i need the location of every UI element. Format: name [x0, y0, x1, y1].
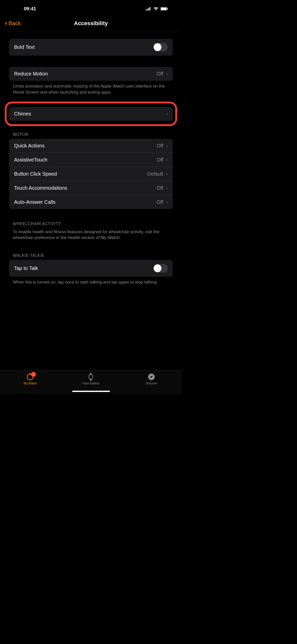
- page-title: Accessibility: [74, 20, 108, 27]
- reduce-motion-footer: Limits animation and automatic resizing …: [9, 81, 173, 95]
- badge: 1: [31, 372, 36, 377]
- quick-actions-value: Off: [157, 143, 163, 149]
- chevron-right-icon: ›: [166, 185, 168, 191]
- auto-answer-calls-value: Off: [157, 199, 163, 205]
- walkie-talkie-group: WALKIE-TALKIE Tap to Talk When this is t…: [9, 247, 173, 285]
- reduce-motion-label: Reduce Motion: [14, 71, 48, 77]
- assistivetouch-value: Off: [157, 157, 163, 163]
- touch-accommodations-row[interactable]: Touch Accommodations Off›: [9, 181, 173, 195]
- settings-content: Bold Text Reduce Motion Off › Limits ani…: [0, 31, 182, 285]
- walkie-talkie-footer: When this is turned on, tap once to star…: [9, 277, 173, 285]
- button-click-speed-row[interactable]: Button Click Speed Default›: [9, 167, 173, 181]
- chimes-row[interactable]: Chimes ›: [9, 107, 173, 121]
- svg-rect-9: [89, 375, 93, 379]
- watch-face-icon: [87, 373, 95, 381]
- chevron-right-icon: ›: [166, 171, 168, 177]
- svg-rect-11: [90, 379, 92, 381]
- wheelchair-footer: To enable health and fitness features de…: [9, 228, 173, 241]
- svg-rect-10: [90, 373, 92, 374]
- button-click-speed-value: Default: [147, 171, 163, 177]
- bold-text-label: Bold Text: [14, 44, 35, 50]
- battery-icon: [160, 7, 168, 11]
- quick-actions-label: Quick Actions: [14, 143, 45, 149]
- status-time: 09:41: [24, 6, 36, 12]
- home-indicator[interactable]: [72, 391, 110, 392]
- status-icons: [146, 7, 168, 11]
- assistivetouch-label: AssistiveTouch: [14, 157, 47, 163]
- svg-rect-5: [161, 8, 166, 10]
- tap-to-talk-toggle[interactable]: [153, 264, 168, 273]
- chevron-right-icon: ›: [166, 157, 168, 163]
- quick-actions-row[interactable]: Quick Actions Off›: [9, 139, 173, 153]
- svg-rect-1: [147, 9, 148, 11]
- svg-rect-8: [30, 373, 31, 375]
- signal-icon: [146, 7, 151, 11]
- nav-bar: ‹ Back Accessibility: [0, 15, 182, 31]
- reduce-motion-group: Reduce Motion Off › Limits animation and…: [9, 67, 173, 95]
- wheelchair-group: WHEELCHAIR ACTIVITY To enable health and…: [9, 220, 173, 241]
- status-bar: 09:41: [0, 0, 182, 15]
- button-click-speed-label: Button Click Speed: [14, 171, 57, 177]
- motor-header: MOTOR: [9, 126, 173, 139]
- compass-icon: [148, 373, 155, 381]
- svg-rect-2: [148, 8, 149, 11]
- auto-answer-calls-label: Auto-Answer Calls: [14, 199, 56, 205]
- wheelchair-header: WHEELCHAIR ACTIVITY: [9, 220, 173, 228]
- motor-group: MOTOR Quick Actions Off› AssistiveTouch …: [9, 126, 173, 209]
- chimes-highlight: Chimes ›: [5, 102, 177, 126]
- back-button[interactable]: ‹ Back: [5, 20, 21, 27]
- tab-discover[interactable]: Discover: [121, 373, 182, 394]
- tap-to-talk-label: Tap to Talk: [14, 265, 38, 271]
- svg-rect-0: [146, 9, 147, 11]
- bold-text-group: Bold Text: [9, 39, 173, 56]
- tab-my-watch[interactable]: 1 My Watch: [0, 373, 60, 394]
- chevron-right-icon: ›: [166, 71, 168, 76]
- wifi-icon: [153, 7, 158, 11]
- reduce-motion-value: Off: [157, 71, 163, 77]
- svg-rect-3: [150, 7, 150, 11]
- tab-bar: 1 My Watch Face Gallery Discover: [0, 370, 182, 394]
- svg-rect-6: [167, 8, 168, 10]
- tab-discover-label: Discover: [146, 382, 157, 385]
- chevron-right-icon: ›: [166, 111, 168, 116]
- chevron-right-icon: ›: [166, 143, 168, 148]
- tap-to-talk-row[interactable]: Tap to Talk: [9, 260, 173, 277]
- tab-my-watch-label: My Watch: [24, 382, 37, 385]
- chevron-left-icon: ‹: [5, 19, 7, 27]
- bold-text-row[interactable]: Bold Text: [9, 39, 173, 56]
- chevron-right-icon: ›: [166, 199, 168, 205]
- touch-accommodations-value: Off: [157, 185, 163, 191]
- touch-accommodations-label: Touch Accommodations: [14, 185, 67, 191]
- bold-text-toggle[interactable]: [153, 43, 168, 52]
- back-label: Back: [9, 20, 21, 27]
- tab-face-gallery-label: Face Gallery: [82, 382, 99, 385]
- auto-answer-calls-row[interactable]: Auto-Answer Calls Off›: [9, 195, 173, 209]
- reduce-motion-row[interactable]: Reduce Motion Off ›: [9, 67, 173, 81]
- walkie-talkie-header: WALKIE-TALKIE: [9, 247, 173, 260]
- assistivetouch-row[interactable]: AssistiveTouch Off›: [9, 153, 173, 167]
- chimes-label: Chimes: [14, 111, 31, 117]
